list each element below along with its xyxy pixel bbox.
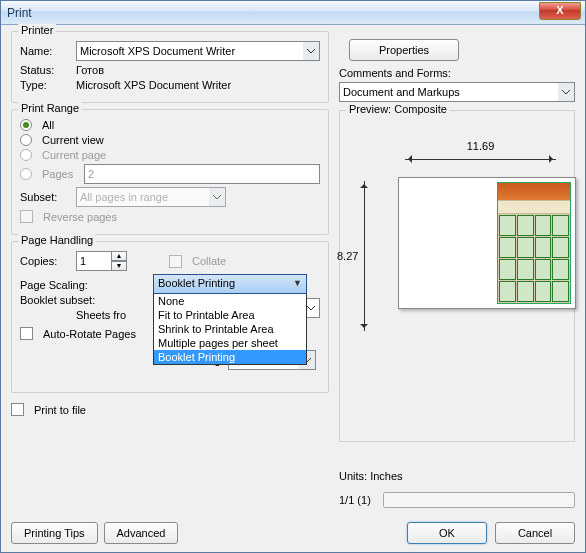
page-handling-group: Page Handling Copies: ▲▼ Collate Page Sc… [11,241,329,393]
booklet-subset-label: Booklet subset: [20,294,110,306]
titlebar[interactable]: Print X [1,1,585,25]
preview-group: Preview: Composite 11.69 8.27 [339,110,575,442]
comments-select[interactable]: Document and Markups [339,82,575,102]
page-handling-legend: Page Handling [18,234,96,246]
range-current-page-label: Current page [42,149,106,161]
auto-rotate-checkbox[interactable] [20,327,33,340]
preview-height: 8.27 [337,250,358,262]
collate-label: Collate [192,255,226,267]
advanced-button[interactable]: Advanced [104,522,179,544]
dimension-height-icon: 8.27 [364,181,378,331]
preview-document-icon [497,182,571,304]
printer-name-label: Name: [20,45,70,57]
printer-type-label: Type: [20,79,70,91]
range-current-page-radio [20,149,32,161]
preview-page [398,177,576,309]
printer-status-value: Готов [76,64,104,76]
copies-stepper[interactable]: ▲▼ [76,251,127,271]
window-title: Print [7,6,32,20]
range-all-label: All [42,119,54,131]
print-range-group: Print Range All Current view Current pag… [11,109,329,235]
scaling-option-booklet[interactable]: Booklet Printing [154,350,306,364]
printer-type-value: Microsoft XPS Document Writer [76,79,231,91]
print-range-legend: Print Range [18,102,82,114]
copies-up[interactable]: ▲ [112,251,127,261]
range-current-view-label: Current view [42,134,104,146]
preview-slider[interactable] [383,492,575,508]
comments-label: Comments and Forms: [339,67,451,79]
subset-label: Subset: [20,191,70,203]
preview-nav: 1/1 (1) [339,494,371,506]
printer-status-label: Status: [20,64,70,76]
page-scaling-label: Page Scaling: [20,279,110,291]
units-label: Units: Inches [339,470,403,482]
subset-select: All pages in range [76,187,226,207]
reverse-pages-label: Reverse pages [43,211,117,223]
cancel-button[interactable]: Cancel [495,522,575,544]
print-to-file-label: Print to file [34,404,86,416]
collate-checkbox [169,255,182,268]
reverse-pages-checkbox [20,210,33,223]
printer-name-select[interactable]: Microsoft XPS Document Writer [76,41,320,61]
page-scaling-options[interactable]: None Fit to Printable Area Shrink to Pri… [153,293,307,365]
copies-down[interactable]: ▼ [112,261,127,271]
scaling-option-fit[interactable]: Fit to Printable Area [154,308,306,322]
range-current-view-radio[interactable] [20,134,32,146]
scaling-option-none[interactable]: None [154,294,306,308]
printer-legend: Printer [18,24,56,36]
preview-legend: Preview: Composite [346,103,450,115]
range-all-radio[interactable] [20,119,32,131]
print-to-file-checkbox[interactable] [11,403,24,416]
range-pages-input [84,164,320,184]
auto-rotate-label: Auto-Rotate Pages [43,328,136,340]
dimension-width-icon: 11.69 [405,159,556,173]
sheets-from-label: Sheets fro [76,309,126,321]
range-pages-label: Pages [42,168,78,180]
print-dialog: Print X Printer Name: Microsoft XPS Docu… [0,0,586,553]
close-button[interactable]: X [539,2,581,20]
printer-group: Printer Name: Microsoft XPS Document Wri… [11,31,329,103]
copies-label: Copies: [20,255,70,267]
preview-width: 11.69 [463,140,499,152]
printing-tips-button[interactable]: Printing Tips [11,522,98,544]
copies-input[interactable] [76,251,112,271]
properties-button[interactable]: Properties [349,39,459,61]
scaling-option-multiple[interactable]: Multiple pages per sheet [154,336,306,350]
page-scaling-select[interactable]: Booklet Printing None Fit to Printable A… [153,274,307,365]
range-pages-radio [20,168,32,180]
page-scaling-selected[interactable]: Booklet Printing [153,274,307,294]
scaling-option-shrink[interactable]: Shrink to Printable Area [154,322,306,336]
ok-button[interactable]: OK [407,522,487,544]
